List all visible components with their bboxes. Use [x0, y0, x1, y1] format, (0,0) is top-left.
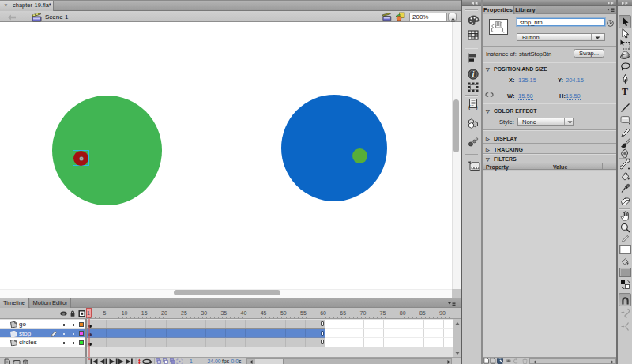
svg-text:): )	[476, 103, 478, 111]
svg-text:i: i	[472, 70, 475, 78]
svg-text:(: (	[468, 103, 471, 111]
